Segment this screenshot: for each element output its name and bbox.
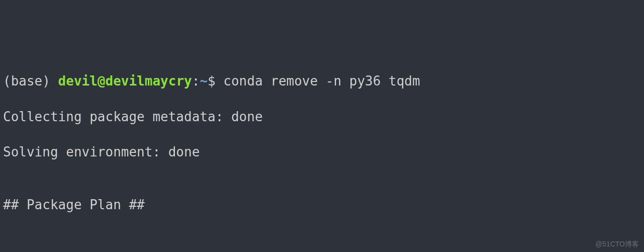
prompt-dollar: $ [208, 73, 223, 89]
conda-env: (base) [3, 73, 58, 89]
current-path: ~ [200, 73, 208, 89]
prompt-colon: : [192, 73, 200, 89]
user-host: devil@devilmaycry [58, 73, 192, 89]
prompt-line[interactable]: (base) devil@devilmaycry:~$ conda remove… [3, 72, 641, 90]
command-input: conda remove -n py36 tqdm [223, 73, 420, 89]
environment-location: environment location: /home/devil/anacon… [3, 249, 641, 252]
output-collecting: Collecting package metadata: done [3, 108, 641, 126]
output-solving: Solving environment: done [3, 143, 641, 161]
package-plan-header: ## Package Plan ## [3, 196, 641, 214]
watermark: @51CTO博客 [595, 239, 639, 249]
